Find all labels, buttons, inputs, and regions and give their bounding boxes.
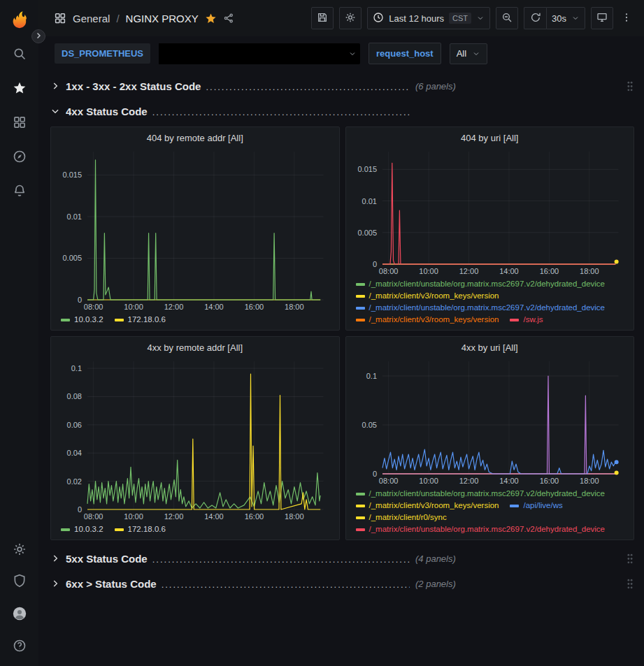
legend-item[interactable]: /sw.js: [510, 314, 543, 326]
legend-row: /_matrix/client/v3/room_keys/version/sw.…: [356, 314, 627, 326]
row-dots: ........................................…: [152, 107, 410, 117]
svg-text:0.01: 0.01: [362, 197, 376, 205]
panel-title[interactable]: 4xx by remote addr [All]: [51, 337, 339, 354]
refresh-interval-dropdown[interactable]: 30s: [546, 7, 585, 29]
legend-row: /_matrix/client/v3/room_keys/version: [356, 290, 627, 302]
datasource-variable-select[interactable]: [159, 43, 360, 64]
refresh-interval-value: 30s: [552, 13, 566, 24]
bell-icon: [13, 184, 27, 201]
svg-text:16:00: 16:00: [245, 303, 264, 311]
apps-grid-icon[interactable]: [54, 12, 66, 24]
more-options-button[interactable]: [619, 7, 634, 29]
gear-icon: [345, 12, 356, 25]
clock-icon: [373, 12, 384, 25]
request-host-variable-select[interactable]: All: [450, 43, 487, 64]
svg-text:0.04: 0.04: [67, 449, 82, 457]
svg-text:0.015: 0.015: [62, 171, 82, 179]
series-label: /_matrix/client/unstable/org.matrix.msc2…: [369, 278, 606, 290]
panels-grid: 404 by remote addr [All] 00.0050.010.015…: [50, 126, 634, 540]
sidebar-item-profile[interactable]: [10, 606, 28, 623]
cycle-view-button[interactable]: [591, 7, 613, 29]
series-color-swatch: [356, 505, 365, 507]
dashboard-canvas: 1xx - 3xx - 2xx Status Code ............…: [38, 71, 644, 666]
timeseries-chart[interactable]: 00.050.108:0010:0012:0014:0016:0018:00: [350, 356, 627, 486]
series-color-swatch: [356, 307, 365, 310]
legend-item[interactable]: 10.0.3.2: [61, 523, 103, 535]
row-1xx-3xx-2xx-status-code[interactable]: 1xx - 3xx - 2xx Status Code ............…: [50, 76, 634, 96]
legend-item[interactable]: /_matrix/client/unstable/org.matrix.msc2…: [356, 488, 606, 500]
sidebar-item-help[interactable]: [12, 639, 27, 655]
legend-row: 10.0.3.2172.18.0.6: [61, 523, 332, 535]
series-label: 10.0.3.2: [74, 314, 103, 326]
row-drag-handle[interactable]: [626, 553, 634, 565]
sidebar-item-configuration[interactable]: [12, 543, 27, 558]
legend-row: /_matrix/client/r0/sync: [356, 512, 627, 523]
help-icon: [13, 639, 27, 656]
legend-item[interactable]: /api/live/ws: [510, 500, 562, 512]
refresh-button[interactable]: [524, 7, 546, 29]
favorite-star-icon[interactable]: [205, 13, 217, 24]
legend-row: /_matrix/client/unstable/org.matrix.msc2…: [356, 302, 627, 314]
chevron-down-icon: [476, 14, 485, 22]
timeseries-chart[interactable]: 00.020.040.060.080.108:0010:0012:0014:00…: [55, 356, 332, 521]
sidebar-item-starred[interactable]: [12, 82, 27, 97]
panel-title[interactable]: 404 by uri [All]: [346, 127, 634, 145]
legend-row: /_matrix/client/unstable/org.matrix.msc2…: [356, 523, 627, 535]
refresh-icon: [530, 12, 541, 25]
sidebar-item-search[interactable]: [12, 48, 27, 63]
chevron-right-icon: [50, 81, 60, 91]
series-label: /_matrix/client/v3/room_keys/version: [369, 500, 499, 512]
legend-item[interactable]: /_matrix/client/r0/sync: [356, 512, 447, 523]
top-navbar: General / NGINX PROXY: [38, 0, 644, 36]
legend-item[interactable]: /_matrix/client/unstable/org.matrix.msc2…: [356, 278, 606, 290]
template-variables-bar: DS_PROMETHEUS request_host All: [38, 36, 644, 71]
row-title: 5xx Status Code: [66, 553, 148, 565]
svg-text:12:00: 12:00: [459, 267, 478, 275]
legend-item[interactable]: /_matrix/client/v3/room_keys/version: [356, 500, 499, 512]
save-dashboard-button[interactable]: [311, 7, 334, 29]
breadcrumb-folder[interactable]: General: [73, 13, 110, 24]
dashboard-settings-button[interactable]: [339, 7, 362, 29]
legend-item[interactable]: 172.18.0.6: [115, 523, 166, 535]
svg-text:18:00: 18:00: [285, 512, 304, 521]
row-6xx-status-code[interactable]: 6xx > Status Code ......................…: [50, 574, 634, 593]
legend-item[interactable]: /_matrix/client/v3/room_keys/version: [356, 314, 499, 326]
row-drag-handle[interactable]: [626, 578, 634, 590]
row-4xx-status-code[interactable]: 4xx Status Code ........................…: [50, 101, 634, 121]
legend-item[interactable]: 10.0.3.2: [61, 314, 103, 326]
series-color-swatch: [115, 319, 124, 321]
timeseries-chart[interactable]: 00.0050.010.01508:0010:0012:0014:0016:00…: [55, 146, 332, 312]
series-color-swatch: [356, 283, 365, 286]
breadcrumb-separator: /: [116, 13, 119, 24]
dashboard-title[interactable]: NGINX PROXY: [126, 13, 199, 24]
expand-sidebar-button[interactable]: [31, 29, 45, 43]
panel-title[interactable]: 4xx by uri [All]: [346, 337, 634, 354]
series-color-swatch: [510, 319, 519, 321]
timeseries-chart[interactable]: 00.0050.010.01508:0010:0012:0014:0016:00…: [350, 146, 627, 276]
time-range-picker[interactable]: Last 12 hours CST: [367, 7, 490, 29]
legend-row: /_matrix/client/v3/room_keys/version/api…: [356, 500, 627, 512]
sidebar-item-dashboards[interactable]: [12, 116, 27, 131]
svg-text:10:00: 10:00: [124, 303, 143, 311]
grafana-logo[interactable]: [9, 8, 30, 29]
sidebar-item-alerting[interactable]: [12, 184, 27, 200]
row-drag-handle[interactable]: [626, 80, 634, 92]
chevron-right-icon: [34, 30, 43, 43]
legend-item[interactable]: /_matrix/client/v3/room_keys/version: [356, 290, 499, 302]
sidebar-item-explore[interactable]: [12, 150, 27, 166]
gear-icon: [13, 542, 27, 559]
series-label: /_matrix/client/v3/room_keys/version: [369, 314, 499, 326]
row-5xx-status-code[interactable]: 5xx Status Code ........................…: [50, 549, 634, 568]
share-icon[interactable]: [223, 13, 234, 24]
panel-title[interactable]: 404 by remote addr [All]: [51, 127, 339, 145]
nav-sidebar: [0, 0, 38, 666]
legend-item[interactable]: /_matrix/client/unstable/org.matrix.msc2…: [356, 523, 606, 535]
series-color-swatch: [61, 528, 70, 531]
legend-item[interactable]: 172.18.0.6: [115, 314, 166, 326]
svg-text:0.015: 0.015: [357, 165, 377, 173]
sidebar-item-server-admin[interactable]: [12, 574, 27, 590]
datasource-value-redacted: [159, 43, 348, 64]
chart-legend: /_matrix/client/unstable/org.matrix.msc2…: [350, 486, 627, 535]
legend-item[interactable]: /_matrix/client/unstable/org.matrix.msc2…: [356, 302, 606, 314]
zoom-out-button[interactable]: [496, 7, 518, 29]
